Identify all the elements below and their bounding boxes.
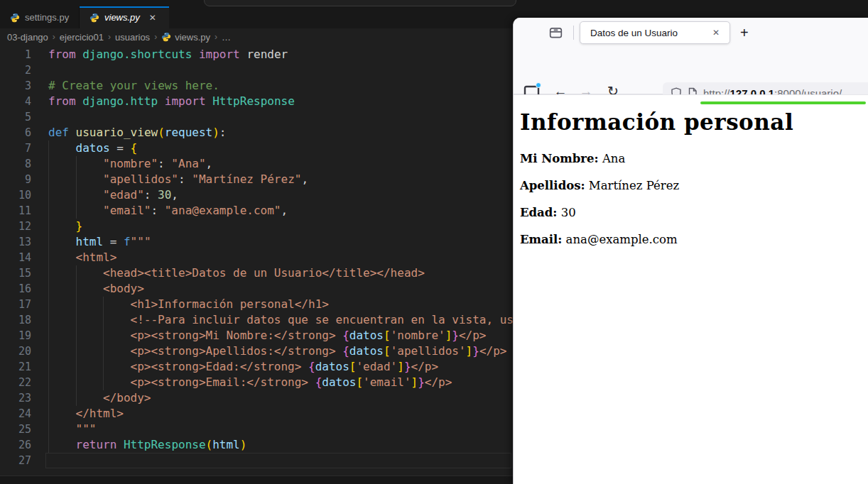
page-title: Información personal: [520, 109, 862, 135]
browser-window: Datos de un Usuario ✕ + ← → ↻: [513, 18, 868, 484]
field-value: ana@example.com: [562, 233, 677, 246]
editor-tab-views[interactable]: views.py ✕: [80, 6, 169, 28]
breadcrumb-separator: ›: [154, 32, 157, 42]
field-label: Apellidos:: [520, 179, 585, 192]
editor-tab-label: views.py: [104, 12, 140, 23]
breadcrumb-item[interactable]: …: [222, 32, 231, 43]
field-value: Martínez Pérez: [585, 179, 680, 192]
field-value: 30: [557, 206, 575, 219]
screen: 1from django.shortcuts import render23# …: [0, 0, 868, 484]
green-underline-annotation: [700, 101, 866, 104]
breadcrumb-item[interactable]: ejercicio01: [60, 32, 104, 43]
notification-dot: [536, 82, 541, 88]
field-label: Email:: [520, 233, 562, 246]
page-fields: Mi Nombre: AnaApellidos: Martínez PérezE…: [520, 152, 862, 246]
command-center[interactable]: [204, 0, 516, 6]
breadcrumb-separator: ›: [53, 32, 55, 42]
breadcrumb-item[interactable]: 03-django: [7, 32, 48, 43]
browser-tab[interactable]: Datos de un Usuario ✕: [580, 21, 730, 44]
field-label: Edad:: [520, 206, 557, 219]
field-value: Ana: [599, 152, 626, 165]
editor-tab-settings[interactable]: settings.py: [0, 6, 80, 28]
tab-divider: [573, 26, 574, 40]
page-field: Edad: 30: [520, 206, 862, 219]
page-field: Apellidos: Martínez Pérez: [520, 179, 862, 192]
python-icon: [10, 13, 20, 23]
python-icon: [89, 13, 99, 23]
breadcrumb-item[interactable]: views.py: [161, 32, 210, 43]
python-icon: [161, 32, 171, 42]
firefox-view-icon[interactable]: [546, 23, 565, 42]
browser-tabbar: Datos de un Usuario ✕ +: [514, 18, 868, 48]
page-field: Mi Nombre: Ana: [520, 152, 862, 165]
close-icon[interactable]: ✕: [710, 26, 722, 39]
breadcrumb-separator: ›: [215, 32, 217, 42]
page-field: Email: ana@example.com: [520, 233, 862, 246]
browser-page-content: Información personal Mi Nombre: AnaApell…: [514, 94, 868, 484]
breadcrumb-item[interactable]: usuarios: [115, 32, 150, 43]
browser-toolbar: ← → ↻ http://127.0.0.1:8000/usuario/: [514, 48, 868, 94]
breadcrumb: 03-django›ejercicio01›usuarios›views.py›…: [0, 28, 513, 45]
breadcrumb-separator: ›: [108, 32, 111, 42]
new-tab-button[interactable]: +: [740, 25, 749, 41]
editor-tab-label: settings.py: [25, 12, 69, 23]
close-icon[interactable]: ✕: [149, 13, 156, 23]
field-label: Mi Nombre:: [520, 152, 599, 165]
browser-tab-title: Datos de un Usuario: [590, 28, 710, 38]
vscode-titlebar: [0, 0, 868, 6]
